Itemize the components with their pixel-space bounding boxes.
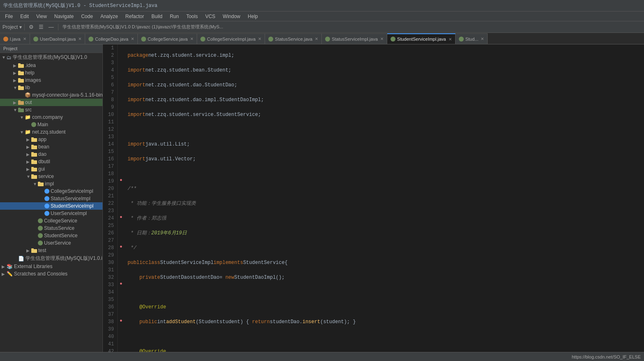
tab-close[interactable]: ✕ [315, 37, 318, 41]
tree-studentserviceimpl[interactable]: ▶ StudentServiceImpl [0, 202, 102, 210]
tab-close[interactable]: ✕ [449, 37, 452, 42]
arrow-icon: ▶ [26, 167, 31, 171]
code-gutter: ● ● ● ● ● [118, 44, 124, 352]
status-bar: https://blog.csdn.net/SO_IF_ELSE [0, 352, 644, 361]
tree-statusservice[interactable]: ▶ StatusService [0, 224, 102, 232]
menu-edit[interactable]: Edit [17, 13, 32, 20]
tree-collegeservice[interactable]: ▶ CollegeService [0, 217, 102, 224]
tab-stud[interactable]: Stud... ✕ [456, 33, 488, 44]
menu-run[interactable]: Run [167, 13, 182, 20]
menu-analyze[interactable]: Analyze [97, 13, 121, 20]
tree-mysql-jar[interactable]: ▶ 📦 mysql-connector-java-5.1.16-bin.jar [0, 91, 102, 99]
tree-statusserviceimpl[interactable]: ▶ StatusServiceImpl [0, 195, 102, 202]
tree-com-company[interactable]: ▼ 📁 com.company [0, 113, 102, 121]
interface-icon [38, 241, 43, 245]
tab-close[interactable]: ✕ [258, 37, 261, 41]
menu-build[interactable]: Build [148, 13, 166, 20]
tree-bean[interactable]: ▶ bean [0, 143, 102, 150]
svg-rect-15 [31, 145, 34, 146]
tree-dbutil[interactable]: ▶ dbutil [0, 158, 102, 165]
toolbar-separator2 [58, 24, 58, 30]
menu-navigate[interactable]: Navigate [51, 13, 77, 20]
tab-close[interactable]: ✕ [78, 37, 81, 41]
svg-rect-9 [18, 100, 21, 102]
tab-collegedao[interactable]: CollegeDao.java ✕ [85, 33, 138, 44]
tab-lava[interactable]: l.java ✕ [0, 33, 30, 44]
tree-src[interactable]: ▼ src [0, 106, 102, 113]
settings-btn[interactable]: ⚙ [27, 23, 35, 31]
tree-scratches[interactable]: ▶ ✏️ Scratches and Consoles [0, 270, 102, 278]
tab-collegeservice[interactable]: CollegeService.java ✕ [138, 33, 197, 44]
tab-statusservice[interactable]: StatusService.java ✕ [265, 33, 322, 44]
folder-icon [38, 181, 44, 186]
arrow-icon: ▶ [26, 152, 31, 157]
tree-gui[interactable]: ▶ gui [0, 165, 102, 173]
tree-idea[interactable]: ▶ .idea [0, 62, 102, 69]
tab-statusserviceimpl[interactable]: StatusServiceImpl.java ✕ [322, 33, 387, 44]
tree-net-zzq[interactable]: ▼ 📁 net.zzq.student [0, 128, 102, 136]
tree-app[interactable]: ▶ app [0, 136, 102, 143]
code-content[interactable]: package net.zzq.student.service.impl; im… [124, 44, 644, 352]
collapse-btn[interactable]: — [47, 23, 56, 31]
tree-userserviceimpl[interactable]: ▶ UserServiceImpl [0, 210, 102, 217]
tab-label: StatusServiceImpl.java [332, 37, 378, 42]
tree-userservice[interactable]: ▶ UserService [0, 239, 102, 247]
tree-out[interactable]: ▶ out [0, 99, 102, 106]
tab-collegeserviceimpl[interactable]: CollegeServiceImpl.java ✕ [197, 33, 265, 44]
arrow-icon: ▶ [13, 78, 18, 83]
tab-icon [325, 37, 330, 42]
arrow-icon: ▶ [2, 264, 7, 269]
code-container[interactable]: 12345 678910 1112131415 1617181920 21222… [103, 44, 644, 352]
tab-label: StudentServiceImpl.java [397, 37, 446, 42]
menu-file[interactable]: File [2, 13, 16, 20]
tab-close[interactable]: ✕ [131, 37, 134, 41]
folder-icon [18, 63, 24, 68]
tab-close[interactable]: ✕ [23, 37, 26, 41]
svg-rect-25 [38, 182, 40, 183]
tree-studentservice[interactable]: ▶ StudentService [0, 232, 102, 239]
tree-dao[interactable]: ▶ dao [0, 150, 102, 158]
tab-userdaoimpl[interactable]: UserDaoImpl.java ✕ [30, 33, 85, 44]
tab-label: Stud... [465, 37, 479, 42]
tab-close[interactable]: ✕ [190, 37, 193, 41]
arrow-icon: ▼ [33, 182, 38, 186]
menu-help[interactable]: Help [244, 13, 261, 20]
tree-service[interactable]: ▼ service [0, 173, 102, 180]
svg-rect-13 [31, 137, 34, 139]
package-icon: 📁 [25, 114, 31, 120]
menu-code[interactable]: Code [78, 13, 96, 20]
scratches-label: Scratches and Consoles [14, 271, 67, 277]
tree-images[interactable]: ▶ images [0, 76, 102, 84]
tab-label: CollegeService.java [148, 37, 188, 42]
tree-collegeserviceimpl[interactable]: ▶ CollegeServiceImpl [0, 187, 102, 195]
folder-icon [18, 78, 24, 83]
extlib-icon: 📚 [7, 264, 13, 269]
tab-icon [88, 37, 93, 42]
interface-icon [38, 218, 43, 223]
arrow-icon: ▼ [13, 86, 18, 90]
tree-iml[interactable]: ▶ 📄 学生信息管理系统(MySQL版)V1.0.iml [0, 254, 102, 263]
tree-project-root[interactable]: ▼ 🗂 学生信息管理系统(MySQL版)V1.0 [0, 53, 102, 62]
tree-main[interactable]: ▶ Main [0, 121, 102, 128]
menu-refactor[interactable]: Refactor [122, 13, 147, 20]
interface-icon [38, 226, 43, 231]
tab-studentserviceimpl[interactable]: StudentServiceImpl.java ✕ [387, 33, 456, 44]
tab-close[interactable]: ✕ [380, 37, 384, 41]
svg-rect-19 [31, 160, 34, 161]
folder-icon [31, 152, 37, 157]
menu-vcs[interactable]: VCS [202, 13, 219, 20]
menu-tools[interactable]: Tools [183, 13, 201, 20]
tree-impl[interactable]: ▼ impl [0, 180, 102, 187]
title-bar-text: 学生信息管理系统(MySQL版)V1.0 - StudentServiceImp… [3, 2, 157, 9]
package-icon: 📁 [25, 129, 31, 135]
menu-window[interactable]: Window [219, 13, 244, 20]
tree-lib[interactable]: ▼ lib [0, 84, 102, 91]
arrow-icon: ▼ [20, 130, 25, 134]
tab-label: StatusService.java [275, 37, 312, 42]
layout-btn[interactable]: ☰ [37, 23, 45, 31]
tree-test[interactable]: ▶ test [0, 247, 102, 254]
tab-close[interactable]: ✕ [481, 37, 484, 41]
tree-external-libs[interactable]: ▶ 📚 External Libraries [0, 263, 102, 270]
menu-view[interactable]: View [33, 13, 50, 20]
tree-help[interactable]: ▶ help [0, 69, 102, 76]
